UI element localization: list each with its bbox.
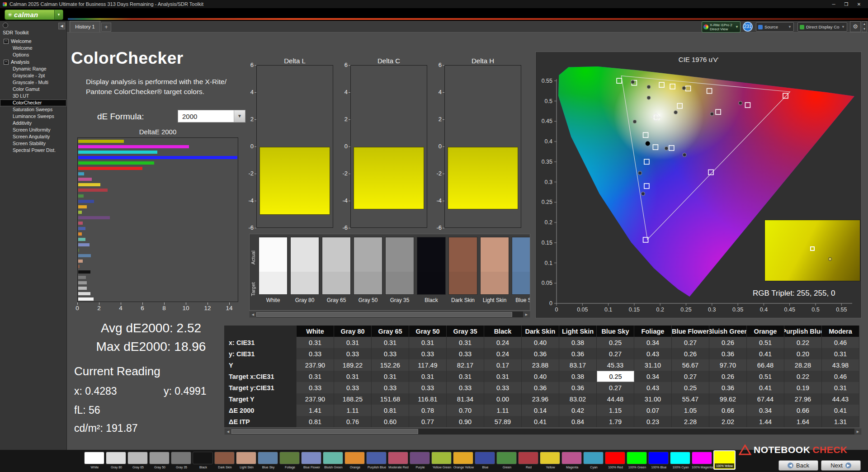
patch-chip-orange-yellow[interactable]: Orange Yellow bbox=[453, 452, 473, 464]
patch-chip-purplish-blue[interactable]: Purplish Blue bbox=[366, 452, 387, 464]
patch-chip-gray-50[interactable]: Gray 50 bbox=[149, 452, 170, 464]
patch-chip-label: Blue Sky bbox=[256, 466, 280, 469]
patch-chip-cyan[interactable]: Cyan bbox=[583, 452, 604, 464]
patch-chip-orange[interactable]: Orange bbox=[344, 452, 365, 464]
y-axis-tick bbox=[255, 65, 256, 66]
panel-split-button[interactable]: ▲▼ bbox=[862, 21, 867, 32]
deltae-bar-blue bbox=[78, 200, 94, 203]
patch-chip-blue-flower[interactable]: Blue Flower bbox=[301, 452, 321, 464]
sidebar-collapse-button[interactable]: ◀ bbox=[58, 23, 65, 29]
scroll-right-icon[interactable]: ▶ bbox=[854, 429, 861, 434]
patch-chip-100-blue[interactable]: 100% Blue bbox=[648, 452, 669, 464]
sidebar-options-icon[interactable] bbox=[3, 23, 8, 28]
delta-chart-delta-h: Delta H6420-2-4-6 bbox=[426, 57, 526, 238]
patch-chip-dark-skin[interactable]: Dark Skin bbox=[214, 452, 235, 464]
settings-gear-button[interactable]: ⚙ bbox=[850, 21, 861, 32]
delta-chart-delta-l: Delta L6420-2-4-6 bbox=[238, 57, 338, 238]
patch-chip-100-green[interactable]: 100% Green bbox=[627, 452, 647, 464]
patch-chip-100-cyan[interactable]: 100% Cyan bbox=[670, 452, 690, 464]
scroll-left-icon[interactable]: ◀ bbox=[225, 429, 231, 434]
patch-chip-blue-sky[interactable]: Blue Sky bbox=[258, 452, 278, 464]
table-cell: 56.67 bbox=[672, 359, 709, 371]
de-formula-select[interactable]: 2000 ▼ bbox=[178, 110, 245, 123]
source-dropdown[interactable]: Source ▼ bbox=[756, 22, 794, 32]
maximize-button[interactable]: ❒ bbox=[840, 2, 853, 7]
thumbnail-target-marker bbox=[810, 246, 815, 251]
patch-chip-100-red[interactable]: 100% Red bbox=[605, 452, 625, 464]
minimize-button[interactable]: ─ bbox=[827, 2, 840, 7]
sidebar-item-spectral-power-dist[interactable]: Spectral Power Dist. bbox=[0, 147, 66, 154]
scroll-thumb[interactable] bbox=[231, 429, 418, 434]
table-cell-editing[interactable]: 0.25 bbox=[597, 371, 634, 382]
patch-chip-100-yellow[interactable]: 100% Yellow bbox=[713, 450, 736, 470]
tab-history-1[interactable]: History 1 bbox=[70, 21, 100, 32]
patch-chip-gray-65[interactable]: Gray 65 bbox=[127, 452, 148, 464]
meter-dropdown[interactable]: X-Rite i1Pro 2Direct View ▼ bbox=[702, 21, 741, 33]
table-cell: 55.47 bbox=[672, 393, 709, 405]
sidebar-item-dynamic-range[interactable]: Dynamic Range bbox=[0, 66, 66, 72]
table-header-row: WhiteGray 80Gray 65Gray 50Gray 35BlackDa… bbox=[224, 326, 859, 337]
table-scrollbar[interactable]: ◀ ▶ bbox=[224, 428, 862, 435]
patch-chip-yellow-green[interactable]: Yellow Green bbox=[431, 452, 452, 464]
table-cell: 0.33 bbox=[334, 348, 372, 359]
sidebar-group-analysis[interactable]: −Analysis bbox=[0, 58, 66, 66]
patch-chip-black[interactable]: Black bbox=[193, 452, 213, 464]
collapse-expander-icon[interactable]: − bbox=[4, 60, 9, 65]
sidebar-item-3d-lut[interactable]: 3D LUT bbox=[0, 93, 66, 99]
y-axis-tick bbox=[443, 174, 444, 174]
patch-chip-moderate-red[interactable]: Moderate Red bbox=[388, 452, 408, 464]
deltae-bar-100-green bbox=[78, 161, 154, 165]
deltae-bar-white bbox=[78, 297, 94, 301]
patch-chip-blue[interactable]: Blue bbox=[475, 452, 495, 464]
patch-chip-gray-35[interactable]: Gray 35 bbox=[171, 452, 191, 464]
close-button[interactable]: ✕ bbox=[853, 2, 865, 7]
sidebar-item-screen-angularity[interactable]: Screen Angularity bbox=[0, 133, 66, 140]
add-tab-button[interactable]: + bbox=[101, 23, 111, 32]
display-control-dropdown[interactable]: Direct Display Control ▼ bbox=[797, 22, 847, 32]
patch-chip-100-magenta[interactable]: 100% Magenta bbox=[692, 452, 712, 464]
scroll-right-icon[interactable]: ▶ bbox=[523, 312, 530, 317]
table-cell: 1.15 bbox=[597, 405, 634, 416]
sidebar-group-welcome[interactable]: −Welcome bbox=[0, 38, 66, 45]
scroll-track[interactable] bbox=[231, 429, 854, 434]
sidebar-item-luminance-sweeps[interactable]: Luminance Sweeps bbox=[0, 113, 66, 120]
scroll-left-icon[interactable]: ◀ bbox=[250, 312, 256, 317]
patch-chip-light-skin[interactable]: Light Skin bbox=[236, 452, 256, 464]
sidebar-item-colorchecker[interactable]: ColorChecker bbox=[0, 99, 66, 106]
sidebar-item-additivity[interactable]: Additivity bbox=[0, 120, 66, 127]
scroll-track[interactable] bbox=[256, 312, 523, 317]
swatch-label: Gray 80 bbox=[290, 295, 319, 306]
calman-menu-button[interactable]: ✳ calman ▼ bbox=[5, 9, 63, 20]
sidebar-item-color-gamut[interactable]: Color Gamut bbox=[0, 86, 66, 93]
table-cell: 44.43 bbox=[822, 393, 859, 405]
notebookcheck-logo-icon bbox=[739, 444, 751, 455]
patch-chip-yellow[interactable]: Yellow bbox=[540, 452, 560, 464]
sidebar-group-label: Analysis bbox=[11, 59, 29, 65]
patch-chip-white[interactable]: White bbox=[84, 452, 104, 464]
sidebar-item-saturation-sweeps[interactable]: Saturation Sweeps bbox=[0, 106, 66, 113]
table-cell: 0.24 bbox=[484, 337, 522, 348]
patch-chip-green[interactable]: Green bbox=[496, 452, 517, 464]
patch-chip-magenta[interactable]: Magenta bbox=[561, 452, 582, 464]
cie-panel: 0.550.50.450.40.350.30.250.20.150.10.050… bbox=[535, 52, 862, 318]
sidebar-item-options[interactable]: Options bbox=[0, 52, 66, 58]
patch-chip-label: Foliage bbox=[278, 466, 302, 469]
swatch-scrollbar[interactable]: ◀ ▶ bbox=[249, 311, 530, 318]
deltae-bar-moderate-red bbox=[78, 222, 83, 225]
next-button[interactable]: Next ▶ bbox=[821, 460, 861, 471]
sidebar-item-welcome[interactable]: Welcome bbox=[0, 45, 66, 52]
sidebar-item-grayscale-2pt[interactable]: Grayscale - 2pt bbox=[0, 72, 66, 79]
patch-chip-gray-80[interactable]: Gray 80 bbox=[106, 452, 126, 464]
patch-chip-red[interactable]: Red bbox=[518, 452, 538, 464]
sidebar-item-screen-stability[interactable]: Screen Stability bbox=[0, 140, 66, 147]
sidebar-item-grayscale-multi[interactable]: Grayscale - Multi bbox=[0, 79, 66, 86]
collapse-expander-icon[interactable]: − bbox=[4, 39, 9, 44]
scroll-thumb[interactable] bbox=[256, 312, 512, 317]
patch-chip-purple[interactable]: Purple bbox=[410, 452, 430, 464]
table-header-cell: Gray 35 bbox=[447, 326, 484, 337]
back-button[interactable]: ◀ Back bbox=[778, 460, 818, 471]
sidebar-item-screen-uniformity[interactable]: Screen Uniformity bbox=[0, 127, 66, 133]
patch-chip-bluish-green[interactable]: Bluish Green bbox=[323, 452, 343, 464]
patch-chip-foliage[interactable]: Foliage bbox=[279, 452, 300, 464]
table-cell: 0.40 bbox=[522, 337, 559, 348]
